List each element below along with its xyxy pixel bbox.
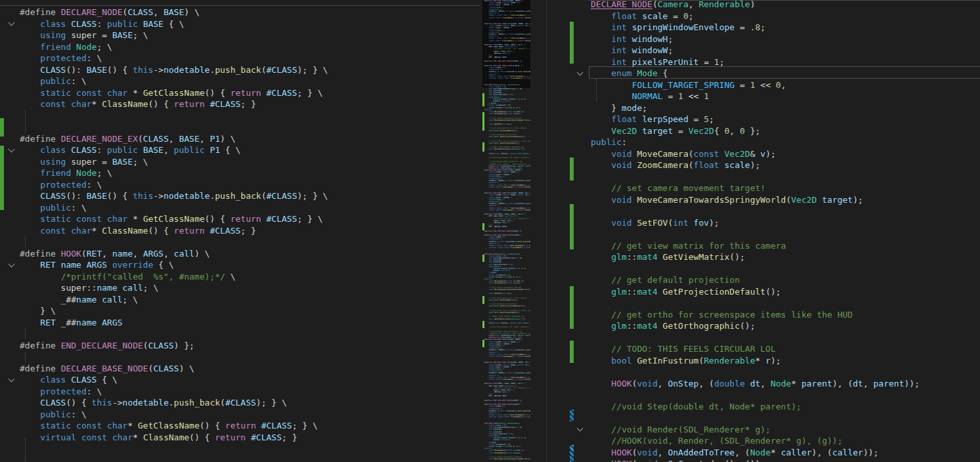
code-line[interactable] [591, 228, 920, 240]
code-line[interactable]: int windowW; [591, 45, 920, 56]
code-line[interactable]: FOLLOW_TARGET_SPRING = 1 << 0, [591, 79, 920, 91]
code-line[interactable]: using super = BASE; \ [20, 30, 328, 41]
code-line[interactable]: //void Step(double dt, Node* parent); [591, 401, 920, 413]
code-line[interactable] [591, 389, 920, 401]
git-added-indicator[interactable] [0, 118, 4, 136]
code-line[interactable]: _##name call; \ [20, 294, 328, 306]
code-line[interactable] [591, 205, 920, 217]
code-line[interactable]: virtual const char* ClassName() { return… [20, 432, 328, 444]
code-line[interactable]: public: [591, 136, 920, 148]
code-line[interactable] [20, 455, 328, 462]
code-line[interactable]: #define DECLARE_NODE(CLASS, BASE) \ [20, 7, 328, 18]
code-line[interactable]: public: \ [20, 75, 328, 87]
code-line[interactable]: static const char * GetClassName() { ret… [20, 87, 328, 99]
code-line[interactable]: glm::mat4 GetOrthographic(); [591, 320, 920, 332]
code-line[interactable]: CLASS() { this->nodetable.push_back(#CLA… [20, 397, 328, 409]
code-line[interactable]: void ZoomCamera(float scale); [591, 159, 920, 171]
code-line[interactable]: static const char * GetClassName() { ret… [20, 213, 328, 225]
code-line[interactable]: glm::mat4 GetViewMatrix(); [591, 251, 920, 263]
git-added-indicator[interactable] [570, 22, 574, 64]
code-line[interactable]: #define DECLARE_BASE_NODE(CLASS) \ [20, 363, 328, 375]
code-line[interactable]: friend Node; \ [20, 167, 328, 179]
code-line[interactable]: public: \ [20, 409, 328, 421]
code-line[interactable]: } mode; [591, 102, 920, 114]
code-line[interactable]: class CLASS: public BASE { \ [20, 18, 328, 30]
code-line[interactable]: class CLASS { \ [20, 374, 328, 386]
fold-chevron-icon[interactable] [7, 374, 17, 386]
code-line[interactable]: RET name ARGS override { \ [20, 259, 328, 271]
code-line[interactable]: float scale = 0; [591, 10, 920, 22]
code-line[interactable]: NORMAL = 1 << 1 [591, 91, 920, 102]
code-area-left[interactable]: #define DECLARE_NODE(CLASS, BASE) \ clas… [20, 7, 328, 462]
code-line[interactable]: HOOK(void, OnStep, (double dt, Node* par… [591, 378, 920, 390]
code-line[interactable]: enum Mode { [591, 68, 920, 79]
code-line[interactable] [20, 121, 328, 133]
code-line[interactable]: // TODO: THIS FEELS CIRCULAR LOL [591, 343, 920, 355]
code-line[interactable]: #define END_DECLARE_NODE(CLASS) }; [20, 340, 328, 352]
code-line[interactable]: bool GetInFustrum(Renderable* r); [591, 355, 920, 367]
git-added-indicator[interactable] [570, 158, 574, 180]
code-line[interactable] [591, 412, 920, 424]
code-line[interactable]: } \ [20, 305, 328, 317]
code-line[interactable]: CLASS(): BASE() { this->nodetable.push_b… [20, 190, 328, 202]
git-added-indicator[interactable] [570, 341, 574, 363]
code-line[interactable] [591, 171, 920, 183]
code-line[interactable]: int springWindowEnvelope = .8; [591, 22, 920, 33]
code-line[interactable]: //void Render(SDL_Renderer* g); [591, 424, 920, 436]
code-line[interactable]: public: \ [20, 202, 328, 214]
code-line[interactable]: #define DECLARE_NODE_EX(CLASS, BASE, P1)… [20, 133, 328, 145]
git-added-indicator[interactable] [570, 286, 574, 329]
code-line[interactable]: // get default projection [591, 274, 920, 286]
git-added-indicator[interactable] [0, 146, 4, 210]
code-line[interactable]: // get view matrix for this camera [591, 240, 920, 252]
code-line[interactable]: const char* ClassName() { return #CLASS;… [20, 225, 328, 237]
code-line[interactable] [20, 351, 328, 363]
fold-chevron-icon[interactable] [575, 423, 586, 435]
code-line[interactable]: glm::mat4 GetProjectionDefault(); [591, 286, 920, 298]
code-line[interactable]: class CLASS: public BASE, public P1 { \ [20, 144, 328, 156]
code-line[interactable] [591, 297, 920, 309]
code-line[interactable]: using super = BASE; \ [20, 156, 328, 168]
code-line[interactable]: CLASS(): BASE() { this->nodetable.push_b… [20, 64, 328, 76]
code-line[interactable]: super::name call; \ [20, 282, 328, 294]
code-line[interactable]: void MoveCamera(const Vec2D& v); [591, 148, 920, 160]
code-line[interactable]: #define HOOK(RET, name, ARGS, call) \ [20, 248, 328, 260]
git-modified-indicator[interactable] [570, 445, 574, 462]
fold-chevron-icon[interactable] [7, 259, 17, 271]
code-line[interactable]: int windowH; [591, 33, 920, 45]
code-line[interactable]: protected: \ [20, 52, 328, 64]
code-line[interactable] [20, 443, 328, 455]
code-line[interactable]: protected: \ [20, 386, 328, 398]
code-line[interactable]: //HOOK(void, Render, (SDL_Renderer* g), … [591, 435, 920, 447]
code-line[interactable]: int pixelsPerUnit = 1; [591, 56, 920, 68]
code-line[interactable]: void SetFOV(int fov); [591, 217, 920, 229]
code-line[interactable]: void MoveCameraTowardsSpringyWorld(Vec2D… [591, 194, 920, 206]
code-line[interactable]: RET _##name ARGS [20, 317, 328, 329]
git-modified-indicator[interactable] [570, 410, 574, 421]
code-area-right[interactable]: DECLARE_NODE(Camera, Renderable) float s… [591, 0, 920, 462]
code-line[interactable]: DECLARE_NODE(Camera, Renderable) [591, 0, 920, 10]
code-line[interactable]: static const char* GetClassName() { retu… [20, 420, 328, 432]
code-line[interactable]: float lerpSpeed = 5; [591, 114, 920, 125]
code-line[interactable]: // set camera movement target! [591, 182, 920, 194]
code-line[interactable] [591, 366, 920, 378]
code-line[interactable] [20, 328, 328, 340]
fold-chevron-icon[interactable] [7, 18, 17, 30]
fold-chevron-icon[interactable] [7, 144, 17, 156]
code-line[interactable]: HOOK(void, OnCreated, (), ()); [591, 458, 920, 462]
code-line[interactable] [591, 332, 920, 344]
code-line[interactable]: /*printf("called %s", #name);*/ \ [20, 271, 328, 283]
fold-chevron-icon[interactable] [575, 68, 586, 79]
code-line[interactable]: // get ortho for screenspace items like … [591, 309, 920, 321]
git-added-indicator[interactable] [570, 204, 574, 249]
code-line[interactable]: Vec2D target = Vec2D{ 0, 0 }; [591, 125, 920, 137]
minimap[interactable]: #define DECLARE_NODE(CLASS, BASE) \ clas… [482, 0, 530, 462]
code-line[interactable]: friend Node; \ [20, 41, 328, 53]
code-line[interactable]: protected: \ [20, 179, 328, 191]
editor-pane-right[interactable]: DECLARE_NODE(Camera, Renderable) float s… [547, 0, 980, 462]
editor-pane-left[interactable]: #define DECLARE_NODE(CLASS, BASE) \ clas… [0, 0, 480, 462]
code-line[interactable] [591, 263, 920, 275]
code-line[interactable]: HOOK(void, OnAddedToTree, (Node* caller)… [591, 447, 920, 459]
code-line[interactable] [20, 236, 328, 248]
code-line[interactable]: const char* ClassName() { return #CLASS;… [20, 98, 328, 110]
